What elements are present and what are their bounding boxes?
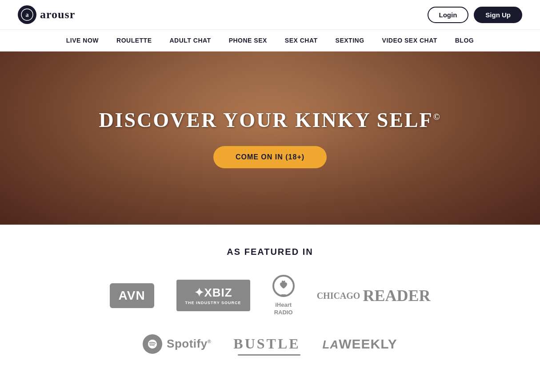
xbiz-logo-sub: THE INDUSTRY SOURCE [185,301,241,305]
brand-iheart: iHeart RADIO [272,275,295,317]
xbiz-logo-box: ✦XBIZ THE INDUSTRY SOURCE [176,280,250,311]
hero-content: DISCOVER YOUR KINKY SELF© COME ON IN (18… [99,108,441,168]
login-button[interactable]: Login [428,7,469,23]
reader-text: READER [363,288,430,304]
logo-wordmark: arousr [40,8,75,21]
brand-xbiz: ✦XBIZ THE INDUSTRY SOURCE [176,280,250,311]
nav-item-adult-chat[interactable]: ADULT CHAT [169,37,211,44]
signup-button[interactable]: Sign Up [474,7,522,23]
hero-title: DISCOVER YOUR KINKY SELF© [99,108,441,132]
brand-spotify: Spotify® [143,334,211,354]
logo[interactable]: a arousr [18,5,75,24]
spotify-icon [143,334,162,354]
xbiz-logo-name: ✦XBIZ [185,286,241,300]
header-buttons: Login Sign Up [428,7,523,23]
main-nav: LIVE NOW ROULETTE ADULT CHAT PHONE SEX S… [0,30,540,51]
laweekly-logo-text: LAWEEKLY [323,337,397,352]
hero-section: DISCOVER YOUR KINKY SELF© COME ON IN (18… [0,51,540,225]
featured-title: AS FEATURED IN [18,247,522,257]
nav-item-phone-sex[interactable]: PHONE SEX [229,37,267,44]
featured-section: AS FEATURED IN AVN ✦XBIZ THE INDUSTRY SO… [0,225,540,385]
logo-icon: a [18,5,36,24]
brand-bustle: BUSTLE [233,336,300,352]
bustle-logo-text: BUSTLE [233,336,300,352]
brand-laweekly: LAWEEKLY [323,337,397,352]
nav-item-live-now[interactable]: LIVE NOW [66,37,99,44]
cta-button[interactable]: COME ON IN (18+) [213,146,327,168]
iheart-text: iHeart RADIO [274,301,293,317]
spotify-name: Spotify® [167,337,211,351]
nav-item-sexting[interactable]: SEXTING [336,37,364,44]
iheart-icon [272,275,295,297]
nav-item-roulette[interactable]: ROULETTE [116,37,152,44]
nav-item-blog[interactable]: BLOG [455,37,474,44]
avn-logo-text: AVN [110,283,154,308]
brand-avn: AVN [110,283,154,308]
logos-row-2: Spotify® BUSTLE LAWEEKLY [18,334,522,354]
brand-chicago-reader: CHICAGO READER [317,288,431,304]
nav-item-video-sex-chat[interactable]: VIDEO SEX CHAT [382,37,437,44]
svg-text:a: a [26,12,29,18]
chicago-text: CHICAGO [317,290,360,301]
nav-item-sex-chat[interactable]: SEX CHAT [285,37,318,44]
logos-row-1: AVN ✦XBIZ THE INDUSTRY SOURCE iHeart RAD… [18,275,522,317]
header: a arousr Login Sign Up [0,0,540,30]
